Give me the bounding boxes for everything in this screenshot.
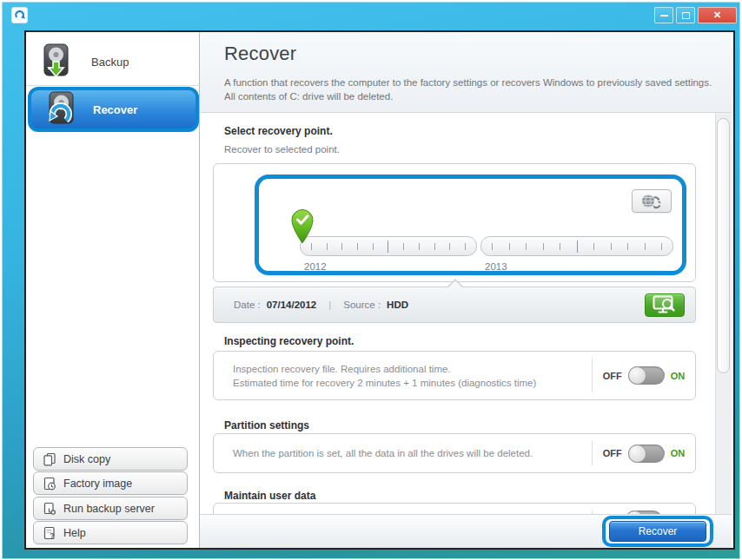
toggle-on-label: ON — [671, 448, 686, 458]
timeline-tick — [593, 243, 594, 250]
timeline-tick — [645, 243, 646, 250]
source-label: Source : — [343, 300, 381, 310]
timeline-tick — [526, 243, 527, 250]
recovery-point-info-bar: Date : 07/14/2012 | Source : HDD — [213, 287, 696, 323]
timeline-year-label: 2012 — [304, 261, 327, 272]
app-icon[interactable] — [11, 7, 28, 23]
client-area: Backup Recover — [24, 30, 735, 550]
partition-panel: When the partition is set, all the data … — [213, 433, 696, 473]
inspecting-toggle-group: OFF ON — [593, 366, 695, 385]
tool-button-label: Disk copy — [63, 453, 110, 465]
timeline-tick — [327, 243, 328, 250]
partition-text: When the partition is set, all the data … — [214, 446, 592, 460]
timeline-tick — [419, 243, 420, 250]
help-icon: ? — [43, 526, 56, 540]
timeline-year-label: 2013 — [485, 261, 507, 272]
partition-heading: Partition settings — [224, 419, 309, 432]
inspecting-heading: Inspecting recovery point. — [224, 335, 354, 347]
toggle-knob — [628, 445, 646, 463]
date-bar-notch-fill — [448, 280, 462, 287]
timeline-tick — [357, 243, 358, 250]
run-backup-server-button[interactable]: Run backup server — [33, 497, 188, 520]
partition-toggle-switch[interactable] — [628, 445, 665, 463]
factory-image-icon — [43, 477, 56, 491]
disk-copy-icon — [43, 452, 56, 466]
sidebar: Backup Recover — [26, 32, 200, 548]
timeline-tick — [341, 243, 342, 250]
partition-line1: When the partition is set, all the data … — [233, 446, 573, 460]
refresh-recovery-points-button[interactable] — [632, 189, 672, 213]
tool-button-label: Factory image — [63, 478, 132, 490]
page-description: A function that recovers the computer to… — [224, 76, 712, 103]
toggle-off-label: OFF — [603, 371, 622, 381]
svg-text:?: ? — [50, 530, 55, 539]
date-value: 07/14/2012 — [267, 300, 317, 310]
factory-image-button[interactable]: Factory image — [33, 471, 188, 495]
app-window: ✕ Backup — [3, 3, 739, 558]
sidebar-item-label: Backup — [91, 56, 129, 69]
sidebar-item-recover[interactable]: Recover — [28, 87, 199, 132]
toggle-off-label: OFF — [603, 448, 622, 458]
separator: | — [328, 300, 331, 310]
recover-button-highlight-callout: Recover — [602, 516, 713, 547]
content-scrollbar-thumb[interactable] — [717, 118, 730, 373]
recover-button[interactable]: Recover — [609, 521, 706, 542]
timeline-tick — [388, 240, 388, 253]
close-icon: ✕ — [713, 10, 721, 21]
maintain-heading: Maintain user data — [224, 490, 315, 502]
timeline-ticks — [301, 237, 476, 255]
timeline-tick — [611, 243, 612, 250]
timeline-tick — [403, 243, 404, 250]
timeline-tick — [560, 243, 560, 250]
minimize-icon — [660, 15, 668, 16]
help-button[interactable]: ? Help — [33, 521, 188, 544]
selected-recovery-point-pin-icon[interactable] — [289, 208, 315, 245]
timeline-segment-2013[interactable] — [480, 236, 673, 256]
timeline-tick — [543, 243, 544, 250]
backup-server-icon — [43, 502, 56, 516]
tool-button-label: Run backup server — [63, 503, 155, 515]
monitor-search-icon — [653, 295, 677, 314]
globe-refresh-icon — [640, 193, 663, 209]
sidebar-divider — [26, 85, 199, 86]
minimize-button[interactable] — [654, 7, 673, 23]
timeline-tick — [577, 240, 578, 253]
inspecting-text: Inspection recovery file. Requires addit… — [214, 362, 592, 390]
timeline-tick — [449, 243, 450, 250]
toggle-knob — [628, 366, 646, 385]
inspecting-line1: Inspection recovery file. Requires addit… — [233, 362, 573, 376]
source-value: HDD — [387, 300, 408, 310]
select-recovery-point-subheading: Recover to selected point. — [224, 144, 340, 155]
timeline-tick — [373, 243, 374, 250]
sidebar-item-backup[interactable]: Backup — [26, 38, 199, 85]
toggle-on-label: ON — [671, 371, 686, 381]
tool-button-label: Help — [63, 527, 86, 539]
select-recovery-point-heading: Select recovery point. — [224, 125, 333, 137]
timeline-tick — [434, 243, 435, 250]
page-header: Recover A function that recovers the com… — [200, 32, 732, 113]
hdd-recover-icon — [43, 90, 81, 128]
inspecting-toggle-switch[interactable] — [628, 366, 665, 385]
close-button[interactable]: ✕ — [698, 7, 737, 23]
sidebar-item-label: Recover — [93, 103, 137, 116]
maximize-button[interactable] — [676, 7, 695, 23]
timeline-panel — [213, 163, 696, 282]
timeline-tick — [509, 243, 510, 250]
screenshot-stage: ✕ Backup — [0, 0, 742, 560]
timeline-tick — [627, 243, 628, 250]
view-recovery-point-button[interactable] — [645, 293, 685, 317]
disk-copy-button[interactable]: Disk copy — [33, 447, 188, 471]
timeline-segment-2012[interactable] — [300, 236, 477, 256]
partition-toggle-group: OFF ON — [593, 445, 695, 463]
inspecting-line2: Estimated time for recovery 2 minutes + … — [233, 376, 573, 390]
timeline-tick — [492, 243, 493, 250]
timeline-tick — [661, 243, 662, 250]
timeline-ticks — [481, 237, 672, 255]
recovery-arrow-icon — [13, 9, 26, 22]
page-description-line2: All contents of C: drive will be deleted… — [224, 89, 712, 103]
content-scrollbar-track[interactable] — [715, 113, 732, 514]
maximize-icon — [682, 12, 690, 19]
page-title: Recover — [224, 43, 296, 65]
page-description-line1: A function that recovers the computer to… — [224, 76, 712, 89]
date-label: Date : — [234, 300, 261, 310]
